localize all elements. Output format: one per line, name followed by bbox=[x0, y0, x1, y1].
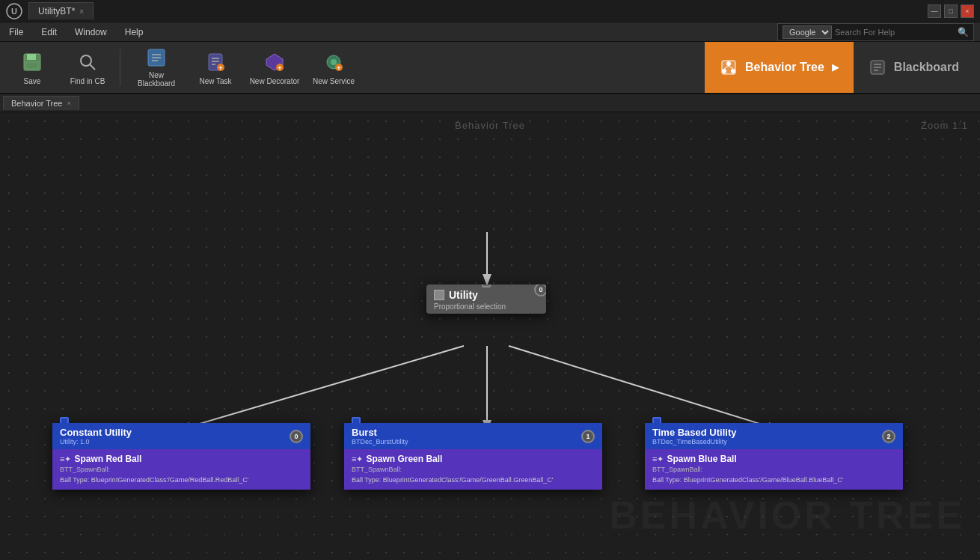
canvas-title: Behavior Tree bbox=[455, 120, 525, 131]
blackboard-label: Blackboard bbox=[894, 61, 959, 74]
utility-node-title: Utility bbox=[449, 289, 478, 301]
search-icon[interactable]: 🔍 bbox=[958, 27, 969, 37]
constant-node-body: ≡✦ Spawn Red Ball BTT_SpawnBall: Ball Ty… bbox=[52, 449, 310, 490]
burst-node[interactable]: Burst BTDec_BurstUtility 1 ≡✦ Spawn Gree… bbox=[344, 423, 602, 490]
search-input[interactable] bbox=[835, 28, 955, 37]
burst-node-subtitle: BTDec_BurstUtility bbox=[352, 438, 408, 445]
bt-chevron-icon: ▶ bbox=[832, 62, 839, 73]
blackboard-icon bbox=[869, 58, 886, 76]
burst-body-title: Spawn Green Ball bbox=[366, 454, 442, 464]
burst-node-header: Burst BTDec_BurstUtility 1 bbox=[344, 423, 602, 449]
constant-node-badge: 0 bbox=[290, 430, 303, 443]
titlebar: U UtilityBT* × — □ × bbox=[0, 0, 980, 22]
editor-tab-name: Behavior Tree bbox=[11, 99, 62, 108]
close-button[interactable]: × bbox=[961, 4, 974, 18]
constant-body-prop: Ball Type: BlueprintGeneratedClass'/Game… bbox=[60, 476, 303, 484]
time-node-badge: 2 bbox=[882, 430, 895, 443]
tab-close-icon[interactable]: × bbox=[79, 7, 84, 16]
time-based-utility-node[interactable]: Time Based Utility BTDec_TimeBasedUtilit… bbox=[645, 423, 903, 490]
new-blackboard-icon bbox=[144, 47, 168, 68]
new-service-button[interactable]: + New Service bbox=[307, 44, 360, 91]
constant-node-title: Constant Utility bbox=[60, 427, 132, 438]
new-task-button[interactable]: + New Task bbox=[189, 44, 242, 91]
constant-body-class: BTT_SpawnBall: bbox=[60, 466, 303, 473]
menu-file[interactable]: File bbox=[6, 25, 26, 39]
behavior-tree-editor-tab[interactable]: Behavior Tree × bbox=[3, 96, 79, 110]
new-blackboard-label: New Blackboard bbox=[129, 71, 183, 88]
new-service-icon: + bbox=[322, 50, 346, 74]
canvas-watermark: BEHAVIOR TREE bbox=[609, 493, 965, 538]
burst-body-prop: Ball Type: BlueprintGeneratedClass'/Game… bbox=[352, 476, 595, 484]
menu-edit[interactable]: Edit bbox=[38, 25, 60, 39]
arrow-to-constant bbox=[182, 346, 464, 429]
behavior-tree-button[interactable]: Behavior Tree ▶ bbox=[705, 42, 854, 93]
burst-list-icon: ≡✦ bbox=[352, 454, 363, 464]
svg-point-26 bbox=[722, 69, 726, 73]
utility-node-subtitle: Proportional selection bbox=[434, 302, 539, 311]
time-body-prop: Ball Type: BlueprintGeneratedClass'/Game… bbox=[652, 476, 895, 484]
utility-node-icon bbox=[434, 290, 444, 300]
burst-node-body: ≡✦ Spawn Green Ball BTT_SpawnBall: Ball … bbox=[344, 449, 602, 490]
find-icon bbox=[76, 50, 99, 74]
constant-utility-node[interactable]: Constant Utility Utility: 1.0 0 ≡✦ Spawn… bbox=[52, 423, 310, 490]
ue-logo-icon: U bbox=[6, 3, 22, 19]
svg-point-25 bbox=[726, 61, 731, 66]
new-service-label: New Service bbox=[313, 77, 355, 85]
menu-window[interactable]: Window bbox=[72, 25, 110, 39]
blackboard-button[interactable]: Blackboard bbox=[854, 42, 974, 93]
svg-text:+: + bbox=[337, 64, 340, 71]
new-blackboard-button[interactable]: New Blackboard bbox=[126, 44, 186, 91]
arrow-to-time bbox=[509, 346, 777, 429]
svg-text:+: + bbox=[278, 64, 281, 71]
bt-bb-area: Behavior Tree ▶ Blackboard bbox=[705, 42, 974, 93]
svg-text:U: U bbox=[11, 7, 17, 16]
utility-node-header: Utility Proportional selection bbox=[426, 284, 546, 314]
burst-body-class: BTT_SpawnBall: bbox=[352, 466, 595, 473]
new-task-icon: + bbox=[203, 50, 227, 74]
constant-node-subtitle: Utility: 1.0 bbox=[60, 438, 132, 445]
search-provider-select[interactable]: Google bbox=[783, 25, 832, 39]
minimize-button[interactable]: — bbox=[928, 4, 941, 18]
svg-point-5 bbox=[81, 55, 91, 66]
utility-node-badge: 0 bbox=[534, 284, 546, 296]
behavior-tree-icon bbox=[720, 58, 738, 76]
constant-body-title: Spawn Red Ball bbox=[74, 454, 141, 464]
menubar: File Edit Window Help Google 🔍 bbox=[0, 22, 980, 42]
window-controls: — □ × bbox=[928, 4, 974, 18]
menu-help[interactable]: Help bbox=[122, 25, 147, 39]
save-icon bbox=[20, 50, 44, 74]
tabstrip: Behavior Tree × bbox=[0, 94, 980, 112]
svg-rect-3 bbox=[27, 54, 36, 60]
time-node-header: Time Based Utility BTDec_TimeBasedUtilit… bbox=[645, 423, 903, 449]
find-in-cb-button[interactable]: Find in CB bbox=[61, 44, 114, 91]
search-bar: Google 🔍 bbox=[777, 23, 974, 41]
burst-node-title: Burst bbox=[352, 427, 408, 438]
canvas-zoom: Zoom 1:1 bbox=[921, 120, 968, 131]
time-node-subtitle: BTDec_TimeBasedUtility bbox=[652, 438, 736, 445]
behavior-tree-label: Behavior Tree bbox=[745, 61, 824, 74]
svg-text:+: + bbox=[218, 64, 222, 71]
time-body-title: Spawn Blue Ball bbox=[667, 454, 736, 464]
new-decorator-button[interactable]: + New Decorator bbox=[245, 44, 304, 91]
utility-root-node[interactable]: 0 Utility Proportional selection bbox=[426, 284, 546, 314]
new-task-label: New Task bbox=[199, 77, 231, 85]
constant-node-header: Constant Utility Utility: 1.0 0 bbox=[52, 423, 310, 449]
time-list-icon: ≡✦ bbox=[652, 454, 664, 464]
constant-list-icon: ≡✦ bbox=[60, 454, 71, 464]
find-in-cb-label: Find in CB bbox=[70, 77, 105, 85]
maximize-button[interactable]: □ bbox=[944, 4, 958, 18]
editor-tab-close-icon[interactable]: × bbox=[67, 100, 70, 107]
save-label: Save bbox=[24, 77, 41, 85]
time-body-class: BTT_SpawnBall: bbox=[652, 466, 895, 473]
new-decorator-icon: + bbox=[263, 50, 287, 74]
svg-rect-4 bbox=[26, 62, 38, 69]
tab-name: UtilityBT* bbox=[38, 6, 75, 16]
save-button[interactable]: Save bbox=[6, 44, 58, 91]
time-node-title: Time Based Utility bbox=[652, 427, 736, 438]
editor-tab[interactable]: UtilityBT* × bbox=[28, 2, 94, 19]
new-decorator-label: New Decorator bbox=[250, 77, 300, 85]
toolbar-separator-1 bbox=[120, 49, 120, 86]
connection-arrows bbox=[0, 112, 980, 560]
canvas: Behavior Tree Zoom 1:1 0 Utility Proport… bbox=[0, 112, 980, 560]
svg-point-21 bbox=[331, 59, 337, 65]
